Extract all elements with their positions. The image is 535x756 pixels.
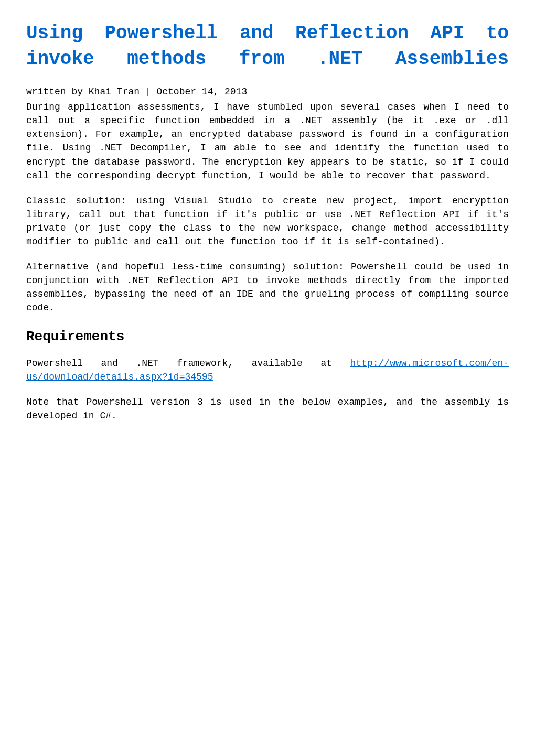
requirements-heading: Requirements bbox=[26, 327, 509, 347]
intro-paragraph-2: Classic solution: using Visual Studio to… bbox=[26, 194, 509, 249]
byline: written by Khai Tran | October 14, 2013 bbox=[26, 85, 509, 99]
page-title: Using Powershell and Reflection API to i… bbox=[26, 21, 509, 72]
intro-paragraph-3: Alternative (and hopeful less-time consu… bbox=[26, 260, 509, 315]
requirements-paragraph-1: Powershell and .NET framework, available… bbox=[26, 357, 509, 384]
requirements-text-prefix: Powershell and .NET framework, available… bbox=[26, 358, 350, 369]
intro-paragraph-1: During application assessments, I have s… bbox=[26, 100, 509, 182]
requirements-paragraph-2: Note that Powershell version 3 is used i… bbox=[26, 395, 509, 423]
